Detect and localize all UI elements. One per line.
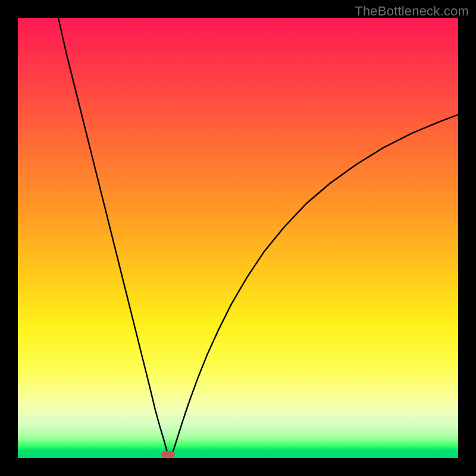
chart-plot-area	[18, 18, 458, 458]
bottleneck-curve	[18, 18, 458, 458]
chart-outer-frame: TheBottleneck.com	[0, 0, 476, 476]
minimum-marker	[161, 451, 176, 458]
watermark-text: TheBottleneck.com	[355, 4, 469, 19]
curve-right-branch	[171, 115, 458, 455]
curve-left-branch	[58, 18, 168, 455]
